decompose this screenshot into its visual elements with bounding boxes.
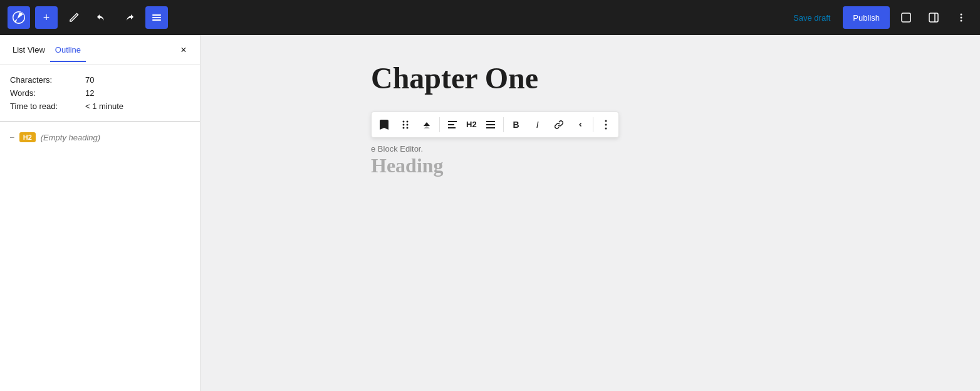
wp-logo[interactable] [8,6,30,29]
heading-level-label[interactable]: H2 [464,120,479,129]
svg-rect-1 [152,17,161,18]
svg-rect-19 [486,124,495,125]
sidebar-close-button[interactable]: × [175,41,192,59]
bookmark-button[interactable] [374,115,394,135]
drag-button[interactable] [395,115,415,135]
bold-button[interactable]: B [506,115,526,135]
align-button[interactable] [442,115,462,135]
svg-point-14 [407,127,409,128]
characters-value: 70 [85,75,94,85]
outline-section: – H2 (Empty heading) [0,122,200,152]
outline-item: – H2 (Empty heading) [10,130,190,145]
words-label: Words: [10,88,85,98]
add-block-button[interactable]: + [35,6,58,29]
characters-stat: Characters: 70 [10,75,190,85]
undo-button[interactable] [90,6,113,29]
editor-content: Chapter One [371,60,810,366]
svg-rect-3 [902,13,910,22]
svg-rect-2 [152,19,161,21]
block-options-button[interactable] [596,115,616,135]
view-button[interactable] [895,6,917,29]
toolbar-right: Save draft Publish [786,6,972,29]
svg-rect-15 [448,121,457,122]
move-up-button[interactable] [417,115,437,135]
time-stat: Time to read: < 1 minute [10,102,190,111]
svg-rect-20 [486,127,495,128]
sidebar-panel: List View Outline × Characters: 70 Words… [0,35,201,391]
sidebar-tabs: List View Outline × [0,35,200,65]
time-value: < 1 minute [85,102,123,111]
toolbar-divider-1 [439,117,440,132]
svg-rect-4 [929,13,938,22]
svg-point-11 [403,123,405,125]
block-toolbar: H2 B I [371,112,619,138]
svg-point-13 [403,127,405,128]
italic-button[interactable]: I [528,115,548,135]
svg-rect-16 [448,124,454,125]
svg-point-22 [605,123,607,125]
edit-button[interactable] [63,6,85,29]
link-button[interactable] [549,115,569,135]
redo-button[interactable] [118,6,140,29]
main-layout: List View Outline × Characters: 70 Words… [0,35,980,391]
text-align-button[interactable] [481,115,501,135]
characters-label: Characters: [10,75,85,85]
sidebar-toggle-button[interactable] [922,6,945,29]
post-title[interactable]: Chapter One [371,60,810,96]
svg-point-7 [961,17,962,19]
svg-point-9 [403,120,405,122]
tab-outline[interactable]: Outline [50,38,86,62]
svg-rect-17 [448,127,456,128]
words-value: 12 [85,88,94,98]
heading-block[interactable]: Heading [371,154,810,177]
more-options-button[interactable] [950,6,972,29]
top-toolbar: + Save draft Publish [0,0,980,35]
time-label: Time to read: [10,102,85,111]
words-stat: Words: 12 [10,88,190,98]
svg-point-8 [961,20,962,22]
more-rich-text-button[interactable] [570,115,590,135]
h2-badge: H2 [19,132,36,142]
svg-point-6 [961,14,962,16]
list-view-button[interactable] [145,6,168,29]
tab-list-view[interactable]: List View [8,38,50,62]
svg-point-23 [605,127,607,129]
toolbar-left: + [8,6,168,29]
toolbar-divider-3 [593,117,593,132]
save-draft-button[interactable]: Save draft [786,9,838,26]
svg-rect-0 [152,14,161,16]
outline-item-text: (Empty heading) [41,133,100,142]
svg-point-10 [407,120,409,122]
svg-point-12 [407,123,409,125]
svg-point-21 [605,120,607,122]
toolbar-divider-2 [503,117,504,132]
outline-dash: – [10,133,14,142]
editor-area[interactable]: Chapter One [201,35,980,391]
svg-rect-18 [486,121,495,122]
document-stats: Characters: 70 Words: 12 Time to read: <… [0,65,200,122]
block-description: e Block Editor. [371,144,423,154]
publish-button[interactable]: Publish [843,6,890,29]
